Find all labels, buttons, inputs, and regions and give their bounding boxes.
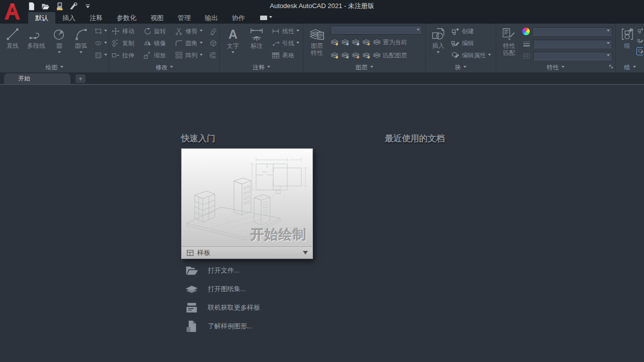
- erase-icon: [209, 27, 218, 36]
- line-button[interactable]: 直线: [2, 25, 23, 62]
- tab-view[interactable]: 视图: [143, 12, 171, 24]
- sample-drawings-link[interactable]: 了解样例图形...: [184, 320, 260, 333]
- layer-unlock-icon[interactable]: [362, 51, 370, 59]
- panel-layers-label: 图层: [356, 63, 368, 72]
- stretch-button[interactable]: 拉伸: [111, 49, 140, 61]
- panel-label-block[interactable]: 块: [426, 62, 496, 72]
- layer-lock-icon[interactable]: [362, 38, 370, 46]
- ellipse-button[interactable]: [95, 37, 107, 49]
- panel-label-properties[interactable]: 特性: [496, 62, 615, 72]
- new-file-icon[interactable]: [26, 1, 37, 12]
- dialog-launcher-icon[interactable]: [609, 63, 613, 70]
- hatch-button[interactable]: [95, 49, 107, 61]
- array-button[interactable]: 阵列: [175, 49, 206, 61]
- new-drawing-tab-button[interactable]: +: [75, 74, 86, 83]
- ribbon-display-toggle[interactable]: [257, 12, 275, 24]
- ungroup-icon[interactable]: [636, 27, 643, 35]
- template-dropdown[interactable]: 样板: [181, 246, 313, 259]
- linear-dimension-button[interactable]: 线性: [271, 25, 299, 37]
- tab-parametric[interactable]: 参数化: [110, 12, 143, 24]
- chevron-down-icon: [58, 51, 61, 55]
- group-button[interactable]: 组: [618, 25, 636, 62]
- panel-label-modify[interactable]: 修改: [109, 62, 219, 72]
- template-icon: [186, 249, 194, 257]
- tab-default[interactable]: 默认: [28, 12, 55, 24]
- autocad-logo-icon[interactable]: [4, 2, 21, 22]
- layer-off-icon[interactable]: [331, 51, 339, 59]
- panel-label-annotation[interactable]: 注释: [220, 62, 303, 72]
- fillet-button[interactable]: 圆角: [175, 37, 206, 49]
- tab-insert[interactable]: 插入: [55, 12, 83, 24]
- panel-label-layers[interactable]: 图层: [303, 62, 425, 72]
- circle-button[interactable]: 圆: [49, 25, 69, 62]
- move-button[interactable]: 移动: [111, 25, 140, 37]
- set-current-layer-icon: [373, 38, 381, 46]
- recent-documents-heading: 最近使用的文档: [385, 133, 445, 144]
- group-edit-icon[interactable]: [636, 37, 643, 45]
- open-file-link[interactable]: 打开文件...: [184, 264, 260, 277]
- erase-button[interactable]: [209, 25, 218, 37]
- chevron-down-icon: [607, 42, 610, 46]
- chevron-down-icon: [104, 42, 107, 45]
- panel-properties: 特性匹配 特性: [496, 24, 616, 72]
- rotate-button[interactable]: 旋转: [143, 25, 172, 37]
- group-selection-toggle-icon[interactable]: [636, 47, 643, 55]
- copy-button[interactable]: 复制: [111, 37, 140, 49]
- trim-button[interactable]: 修剪: [175, 25, 206, 37]
- layer-on-icon[interactable]: [331, 38, 339, 46]
- tab-manage[interactable]: 管理: [171, 12, 198, 24]
- panel-label-draw[interactable]: 绘图: [0, 62, 109, 72]
- customize-dropdown-icon[interactable]: [83, 1, 93, 12]
- panel-groups-label: 组: [624, 63, 630, 72]
- text-button[interactable]: A 文字: [222, 25, 244, 62]
- match-layer-button[interactable]: 匹配图层: [373, 49, 407, 61]
- save-icon[interactable]: [54, 1, 65, 12]
- lineweight-combobox[interactable]: [533, 40, 612, 48]
- layer-unisolate-icon[interactable]: [341, 51, 349, 59]
- plot-icon[interactable]: [68, 1, 79, 12]
- polyline-button[interactable]: 多段线: [23, 25, 49, 62]
- open-folder-icon[interactable]: [40, 1, 51, 12]
- start-drawing-card[interactable]: 开始绘制 样板: [181, 148, 313, 259]
- offset-button[interactable]: [209, 49, 218, 61]
- create-block-button[interactable]: 创建: [451, 25, 491, 37]
- match-properties-button[interactable]: 特性匹配: [498, 25, 520, 62]
- object-color-combobox[interactable]: [532, 27, 612, 36]
- explode-button[interactable]: [209, 37, 218, 49]
- set-current-layer-button[interactable]: 置为当前: [373, 36, 407, 48]
- leader-button[interactable]: 引线: [271, 37, 299, 49]
- layer-freeze-icon[interactable]: [352, 38, 360, 46]
- edit-attributes-button[interactable]: 编辑属性: [451, 49, 491, 61]
- layer-properties-button[interactable]: 图层特性: [305, 25, 329, 62]
- layer-thaw-icon[interactable]: [352, 51, 360, 59]
- arc-button[interactable]: 圆弧: [69, 25, 93, 62]
- table-button[interactable]: 表格: [271, 49, 299, 61]
- chevron-down-icon: [200, 54, 203, 57]
- layer-select-combobox[interactable]: [331, 26, 422, 35]
- stretch-icon: [111, 51, 120, 60]
- rectangle-button[interactable]: [95, 25, 107, 37]
- line-label: 直线: [7, 43, 19, 50]
- array-icon: [175, 51, 184, 60]
- tab-collaborate[interactable]: 协作: [225, 12, 252, 24]
- chevron-down-icon: [231, 51, 234, 55]
- match-properties-label: 特性匹配: [503, 43, 516, 57]
- scale-button[interactable]: 缩放: [143, 49, 172, 61]
- online-templates-link[interactable]: 联机获取更多样板: [184, 301, 260, 314]
- linetype-combobox[interactable]: [533, 52, 612, 60]
- mirror-button[interactable]: 镜像: [143, 37, 172, 49]
- quick-start-links: 打开文件... 打开图纸集... 联机获取更多样板 了解样例图形...: [184, 264, 260, 333]
- dimension-button[interactable]: 标注: [244, 25, 269, 62]
- tab-annotate[interactable]: 注释: [83, 12, 110, 24]
- insert-block-button[interactable]: 插入: [428, 25, 449, 62]
- edit-block-button[interactable]: 编辑: [451, 37, 491, 49]
- explode-icon: [209, 39, 218, 48]
- dimension-icon: [249, 27, 264, 42]
- layer-isolate-icon[interactable]: [341, 38, 349, 46]
- panel-modify: 移动 复制 拉伸 旋转 镜像 缩放 修剪 圆角 阵列 修改: [109, 24, 220, 72]
- file-tab-start[interactable]: 开始: [4, 73, 70, 84]
- open-sheet-set-link[interactable]: 打开图纸集...: [184, 283, 260, 296]
- panel-label-groups[interactable]: 组: [616, 62, 644, 72]
- open-file-icon: [184, 264, 199, 277]
- tab-output[interactable]: 输出: [198, 12, 225, 24]
